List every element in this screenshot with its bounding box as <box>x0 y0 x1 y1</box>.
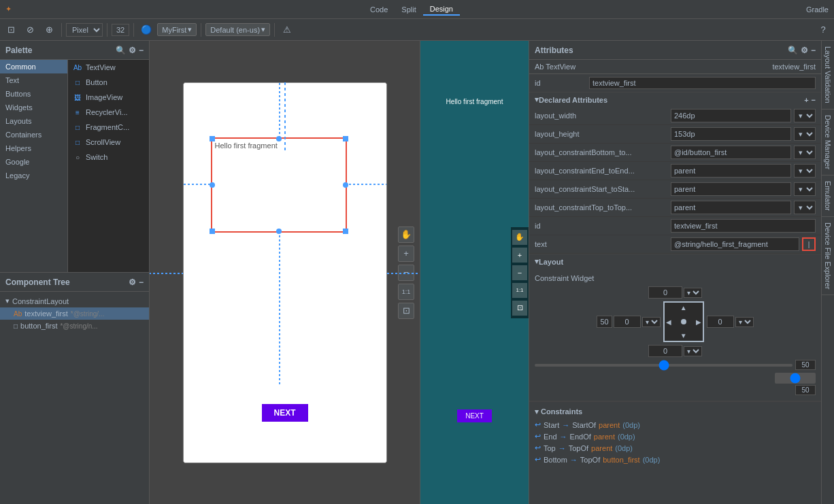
cw-right-arrow[interactable]: ▶ <box>696 318 701 326</box>
constraint-end-dropdown[interactable]: ▾ <box>794 164 816 178</box>
handle-ml[interactable] <box>210 182 215 188</box>
api-icon[interactable]: 🔵 <box>138 22 154 38</box>
cw-top-select[interactable]: ▾ <box>684 288 702 298</box>
gradle-tab[interactable]: Gradle <box>806 5 829 14</box>
sidebar-layout-validation[interactable]: Layout Validation <box>822 41 834 110</box>
attr-settings-icon[interactable]: ⚙ <box>801 46 808 55</box>
h-slider[interactable] <box>535 364 793 367</box>
layout-height-input[interactable] <box>671 127 791 141</box>
sidebar-emulator[interactable]: Emulator <box>822 175 834 217</box>
handle-mb[interactable] <box>276 229 282 234</box>
declared-attrs-header[interactable]: ▾ Declared Attributes + − <box>529 93 821 107</box>
tab-code[interactable]: Code <box>363 3 395 16</box>
attr-id-input[interactable] <box>589 77 816 89</box>
zoom-level[interactable]: 32 <box>112 24 129 36</box>
tree-item-constraintlayout[interactable]: ▾ ConstraintLayout <box>0 295 149 307</box>
layout-section-header[interactable]: ▾ Layout <box>529 254 821 269</box>
attr-row-constraint-bottom: layout_constraintBottom_to... ▾ <box>529 144 821 162</box>
tree-item-textview-first[interactable]: Ab textview_first *@string/... <box>0 307 149 320</box>
constraint-top-dropdown[interactable]: ▾ <box>794 201 816 214</box>
text-attr-input[interactable] <box>671 237 799 251</box>
textview-selection[interactable]: Hello first fragment <box>211 137 347 233</box>
palette-item-imageview[interactable]: 🖼 ImageView <box>68 90 149 105</box>
handle-tl[interactable] <box>210 136 215 141</box>
id-attr-input[interactable] <box>671 219 816 233</box>
tree-item-button-first[interactable]: □ button_first *@string/n... <box>0 320 149 332</box>
cw-right-input[interactable] <box>707 316 734 328</box>
comp-tree-settings-icon[interactable]: ⚙ <box>129 278 136 287</box>
handle-tr[interactable] <box>343 136 348 141</box>
palette-item-fragmentc[interactable]: □ FragmentC... <box>68 120 149 135</box>
warning-icon[interactable]: ⚠ <box>279 22 295 38</box>
cw-left-input[interactable] <box>614 316 641 328</box>
tab-design[interactable]: Design <box>423 3 460 16</box>
palette-settings-icon[interactable]: ⚙ <box>129 46 136 55</box>
preview-zoom-in[interactable]: + <box>512 248 527 263</box>
palette-cat-layouts[interactable]: Layouts <box>0 114 67 128</box>
text-pick-btn[interactable]: | <box>802 237 816 251</box>
hand-tool[interactable]: ✋ <box>398 226 414 243</box>
palette-search-icon[interactable]: 🔍 <box>116 46 126 55</box>
attr-search-icon[interactable]: 🔍 <box>788 46 798 55</box>
constraint-start-input[interactable] <box>671 182 791 196</box>
palette-cat-helpers[interactable]: Helpers <box>0 141 67 155</box>
constraint-end-input[interactable] <box>671 164 791 178</box>
handle-bl[interactable] <box>210 229 215 234</box>
tab-split[interactable]: Split <box>395 3 422 16</box>
blueprint-icon[interactable]: ⊘ <box>22 22 38 38</box>
fit-btn[interactable]: 1:1 <box>398 284 414 300</box>
frame-btn[interactable]: ⊡ <box>398 303 414 319</box>
preview-frame[interactable]: ⊡ <box>512 301 527 316</box>
attr-minimize-icon[interactable]: − <box>811 46 816 55</box>
cw-top-arrow[interactable]: ▲ <box>680 304 687 312</box>
preview-hand-tool[interactable]: ✋ <box>512 230 527 245</box>
preview-fit[interactable]: 1:1 <box>512 283 527 298</box>
handle-mr[interactable] <box>343 182 348 188</box>
palette-cat-legacy[interactable]: Legacy <box>0 169 67 182</box>
layout-width-input[interactable] <box>671 109 791 122</box>
sidebar-device-manager[interactable]: Device Manager <box>822 110 834 175</box>
layout-height-dropdown[interactable]: ▾ <box>794 127 816 141</box>
cw-top-input[interactable] <box>648 286 682 299</box>
pixel-select[interactable]: Pixel <box>66 23 103 37</box>
palette-cat-google[interactable]: Google <box>0 155 67 169</box>
layout-width-dropdown[interactable]: ▾ <box>794 109 816 122</box>
constraint-start-dropdown[interactable]: ▾ <box>794 182 816 196</box>
cw-bottom-select[interactable]: ▾ <box>684 346 702 356</box>
comp-tree-minimize-icon[interactable]: − <box>139 278 144 287</box>
palette-item-recyclerview[interactable]: ≡ RecyclerVi... <box>68 105 149 120</box>
palette-item-switch[interactable]: ○ Switch <box>68 150 149 165</box>
palette-item-textview[interactable]: Ab TextView <box>68 60 149 75</box>
cw-right-select[interactable]: ▾ <box>735 317 754 327</box>
palette-cat-buttons[interactable]: Buttons <box>0 87 67 101</box>
cw-bottom-input[interactable] <box>648 345 682 357</box>
help-icon[interactable]: ? <box>815 22 831 38</box>
device-icon[interactable]: ⊕ <box>41 22 57 38</box>
sidebar-device-file-explorer[interactable]: Device File Explorer <box>822 217 834 295</box>
cw-left-select[interactable]: ▾ <box>642 317 661 327</box>
preview-zoom-out[interactable]: − <box>512 265 527 280</box>
handle-mt[interactable] <box>276 136 282 141</box>
constraint-top-input[interactable] <box>671 201 791 214</box>
constraint-bottom-input[interactable] <box>671 146 791 159</box>
orientation-icon[interactable]: ⊡ <box>3 22 19 38</box>
cw-bottom-arrow[interactable]: ▼ <box>680 332 687 339</box>
attr-remove-icon[interactable]: − <box>812 96 816 104</box>
palette-cat-widgets[interactable]: Widgets <box>0 101 67 114</box>
palette-cat-common[interactable]: Common <box>0 60 67 73</box>
locale-dropdown[interactable]: Default (en-us) ▾ <box>205 23 270 36</box>
preview-next-btn[interactable]: NEXT <box>457 409 492 422</box>
palette-item-button[interactable]: □ Button <box>68 75 149 90</box>
palette-minimize-icon[interactable]: − <box>139 46 144 55</box>
project-dropdown[interactable]: MyFirst ▾ <box>157 23 197 36</box>
next-button[interactable]: NEXT <box>261 404 307 422</box>
v-slider[interactable] <box>775 373 816 384</box>
constraint-bottom-dropdown[interactable]: ▾ <box>794 146 816 159</box>
zoom-in-btn[interactable]: + <box>398 246 414 262</box>
attr-add-icon[interactable]: + <box>804 96 808 104</box>
palette-cat-text[interactable]: Text <box>0 73 67 87</box>
palette-cat-containers[interactable]: Containers <box>0 128 67 141</box>
handle-br[interactable] <box>343 229 348 234</box>
cw-left-arrow[interactable]: ◀ <box>666 318 671 326</box>
palette-item-scrollview[interactable]: □ ScrollView <box>68 135 149 150</box>
